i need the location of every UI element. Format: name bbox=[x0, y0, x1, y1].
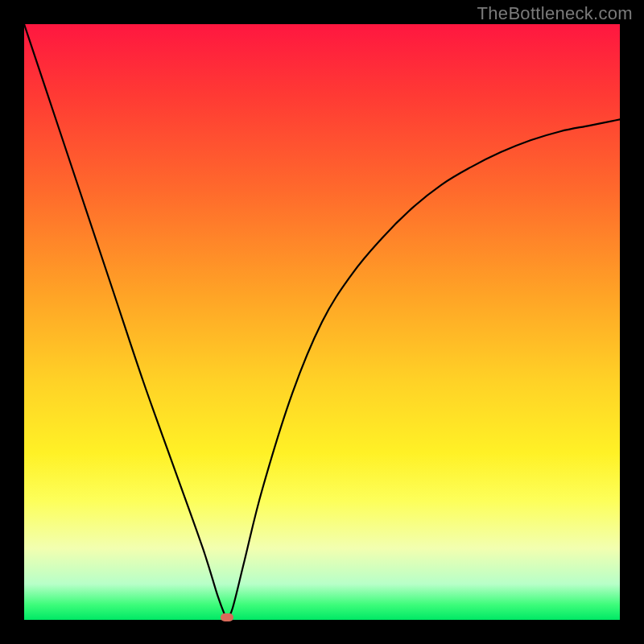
watermark-text: TheBottleneck.com bbox=[477, 3, 633, 24]
chart-frame: TheBottleneck.com bbox=[0, 0, 644, 644]
minimum-marker bbox=[221, 613, 233, 621]
bottleneck-curve bbox=[24, 24, 620, 620]
plot-area bbox=[24, 24, 620, 620]
